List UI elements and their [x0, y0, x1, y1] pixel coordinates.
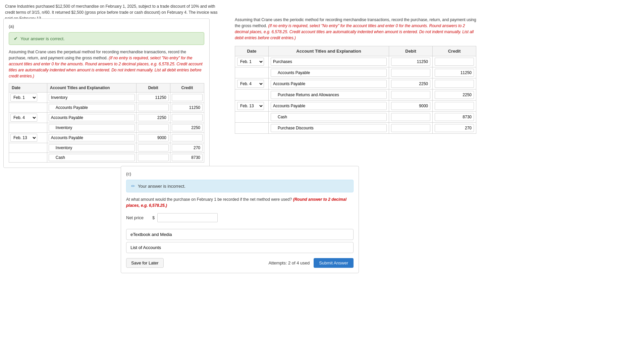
account-input[interactable]: [271, 124, 387, 132]
section-a-label: (a): [9, 24, 204, 29]
col-date-b: Date: [235, 46, 269, 56]
date-cell: Feb. 4: [235, 78, 269, 89]
credit-input[interactable]: [172, 144, 203, 152]
account-input[interactable]: [49, 134, 135, 141]
debit-input[interactable]: [391, 58, 430, 66]
list-accounts-button[interactable]: List of Accounts: [126, 242, 354, 253]
account-input[interactable]: [271, 80, 387, 88]
credit-cell: [170, 143, 204, 153]
date-cell-blank: [9, 103, 47, 113]
debit-input[interactable]: [391, 91, 430, 99]
col-credit-a: Credit: [170, 83, 204, 93]
etextbook-button[interactable]: eTextbook and Media: [126, 229, 354, 240]
debit-input[interactable]: [391, 80, 430, 88]
table-row: Feb. 1: [9, 93, 204, 103]
table-row: [9, 103, 204, 113]
account-input[interactable]: [49, 144, 135, 152]
table-row: Feb. 4: [9, 113, 204, 123]
debit-cell: [136, 123, 170, 133]
credit-cell: [170, 153, 204, 163]
credit-input[interactable]: [435, 69, 474, 77]
credit-input[interactable]: [172, 114, 203, 121]
account-input[interactable]: [271, 102, 387, 110]
account-input[interactable]: [49, 154, 135, 161]
table-row: Feb. 13: [9, 133, 204, 143]
table-row: [9, 153, 204, 163]
account-input[interactable]: [271, 58, 387, 66]
table-row: [235, 89, 476, 101]
account-input[interactable]: [271, 69, 387, 77]
account-cell: [269, 101, 389, 112]
debit-cell: [136, 153, 170, 163]
date-cell: Feb. 13: [235, 101, 269, 112]
account-input[interactable]: [271, 113, 387, 121]
table-row: [235, 67, 476, 78]
bottom-actions: Save for Later Attempts: 2 of 4 used Sub…: [126, 258, 354, 268]
account-input[interactable]: [271, 91, 387, 99]
credit-input[interactable]: [435, 58, 474, 66]
table-row: Feb. 13: [235, 101, 476, 112]
date-select[interactable]: Feb. 1: [10, 94, 37, 102]
date-select[interactable]: Feb. 1: [237, 58, 264, 66]
debit-input[interactable]: [391, 69, 430, 77]
debit-input[interactable]: [391, 113, 430, 121]
credit-cell: [170, 123, 204, 133]
date-select[interactable]: Feb. 13: [237, 102, 264, 110]
account-cell: [47, 143, 136, 153]
credit-input[interactable]: [172, 104, 203, 111]
credit-input[interactable]: [435, 102, 474, 110]
submit-button[interactable]: Submit Answer: [314, 258, 354, 268]
error-banner: ✏ Your answer is incorrect.: [126, 180, 354, 192]
table-row: [9, 143, 204, 153]
question-text: At what amount would the purchase on Feb…: [126, 196, 354, 208]
debit-input[interactable]: [391, 124, 430, 132]
debit-input[interactable]: [138, 104, 169, 111]
date-cell-blank: [235, 112, 269, 123]
date-select[interactable]: Feb. 4: [237, 80, 264, 88]
account-cell: [269, 56, 389, 67]
col-credit-b: Credit: [433, 46, 476, 56]
section-a-panel: (a) ✔ Your answer is correct. Assuming t…: [3, 18, 210, 168]
date-select[interactable]: Feb. 4: [10, 114, 37, 122]
account-input[interactable]: [49, 104, 135, 111]
table-row: Feb. 4: [235, 78, 476, 89]
credit-cell: [433, 89, 476, 101]
account-cell: [47, 133, 136, 143]
credit-input[interactable]: [172, 124, 203, 131]
debit-cell: [136, 143, 170, 153]
check-icon: ✔: [14, 36, 18, 41]
credit-input[interactable]: [435, 91, 474, 99]
debit-input[interactable]: [138, 94, 169, 101]
date-cell-blank: [9, 143, 47, 153]
credit-input[interactable]: [172, 94, 203, 101]
debit-cell: [389, 101, 433, 112]
col-account-b: Account Titles and Explanation: [269, 46, 389, 56]
credit-input[interactable]: [435, 113, 474, 121]
debit-input[interactable]: [138, 144, 169, 152]
debit-input[interactable]: [391, 102, 430, 110]
debit-input[interactable]: [138, 134, 169, 141]
journal-table-b: Date Account Titles and Explanation Debi…: [235, 46, 476, 134]
account-input[interactable]: [49, 94, 135, 101]
debit-cell: [389, 56, 433, 67]
credit-input[interactable]: [435, 80, 474, 88]
debit-cell: [389, 112, 433, 123]
journal-table-a: Date Account Titles and Explanation Debi…: [9, 83, 204, 163]
credit-cell: [170, 103, 204, 113]
credit-input[interactable]: [172, 154, 203, 161]
debit-input[interactable]: [138, 154, 169, 161]
credit-cell: [433, 78, 476, 89]
debit-input[interactable]: [138, 124, 169, 131]
table-row: [235, 112, 476, 123]
debit-cell: [136, 103, 170, 113]
date-select[interactable]: Feb. 13: [10, 134, 37, 142]
account-cell: [47, 103, 136, 113]
debit-input[interactable]: [138, 114, 169, 121]
submit-area: Attempts: 2 of 4 used Submit Answer: [268, 258, 354, 268]
credit-input[interactable]: [435, 124, 474, 132]
credit-input[interactable]: [172, 134, 203, 141]
account-input[interactable]: [49, 114, 135, 121]
save-for-later-button[interactable]: Save for Later: [126, 258, 164, 268]
net-price-input[interactable]: [157, 213, 218, 222]
account-input[interactable]: [49, 124, 135, 131]
